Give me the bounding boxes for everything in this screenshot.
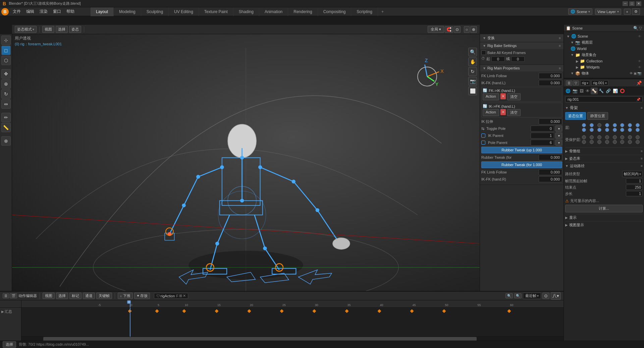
ik-parent-value[interactable]: 1	[531, 133, 554, 139]
scene-selector[interactable]: Scene	[577, 10, 587, 14]
tab-scripting[interactable]: Scripting	[351, 7, 378, 16]
prop-object-icon[interactable]: 🦴	[591, 88, 598, 94]
pole-parent-btn[interactable]: ▾	[555, 140, 562, 146]
prot-dot-12[interactable]	[605, 140, 609, 144]
rubber-tweak-for2-btn[interactable]: Rubber Tweak (for 1.000	[481, 161, 562, 168]
prot-dot-11[interactable]	[597, 140, 601, 144]
bone-group-section[interactable]: ▶ 骨骼组 ≡	[565, 147, 643, 155]
action-name-field[interactable]: 🛡 rigAction F ⊞ ✕	[154, 293, 189, 299]
tab-add-button[interactable]: +	[378, 7, 387, 16]
prot-dot-3[interactable]	[597, 135, 601, 139]
mode-selector[interactable]: 姿态模式 ▾	[15, 26, 37, 33]
summary-track[interactable]: ▶ 汇总	[0, 308, 21, 315]
ae-stash-btn[interactable]: ✦ 存放	[134, 293, 150, 299]
tab-sculpting[interactable]: Sculpting	[141, 7, 169, 16]
fk-to-ik-clear-btn[interactable]: 清空	[507, 93, 521, 100]
prot-dot-7[interactable]	[628, 135, 632, 139]
widgets-item[interactable]: ▶ 📁 Widgets 👁	[565, 64, 643, 70]
pose-menu[interactable]: 姿态	[69, 26, 81, 33]
ae-editor-select[interactable]: 🎬	[10, 293, 17, 298]
layer-dot-11[interactable]	[597, 128, 601, 132]
prop-data-icon[interactable]: 📊	[612, 88, 619, 94]
action-unlink[interactable]: ✕	[183, 294, 186, 298]
motion-path-options[interactable]: ≡	[641, 164, 643, 168]
proportional-button[interactable]: ⊙	[454, 26, 461, 33]
collection-item[interactable]: ▶ 📁 Collection 👁	[565, 58, 643, 64]
global-selector[interactable]: 全局 ▾	[428, 26, 444, 33]
tab-layout[interactable]: Layout	[91, 7, 114, 16]
ik-to-fk-action-btn[interactable]: Action	[483, 109, 499, 116]
blender-icon[interactable]: B	[1, 8, 9, 15]
toggle-pole-value[interactable]: 0	[531, 126, 554, 132]
rest-position-btn[interactable]: 静置位置	[587, 112, 608, 120]
overlay-button[interactable]: ⊕	[470, 26, 477, 33]
props-pin[interactable]: 📌	[636, 81, 642, 86]
layer-dot-3[interactable]	[597, 123, 601, 127]
bake-start[interactable]: 0	[491, 56, 505, 62]
scene-collection-item[interactable]: ▼ 📁 场景集合	[565, 52, 643, 58]
armature-section-header[interactable]: ▼ 骨架 ≡	[565, 105, 643, 111]
layer-dot-6[interactable]	[620, 123, 624, 127]
action-copy[interactable]: ⊞	[179, 294, 182, 298]
rotate-tool[interactable]: ↻	[1, 89, 11, 99]
menu-render[interactable]: 渲染	[37, 8, 50, 15]
layer-dot-14[interactable]	[620, 128, 624, 132]
tab-modeling[interactable]: Modeling	[114, 7, 141, 16]
menu-window[interactable]: 窗口	[50, 8, 64, 15]
tab-uv-editing[interactable]: UV Editing	[169, 7, 199, 16]
prot-dot-16[interactable]	[636, 140, 640, 144]
view-menu[interactable]: 视图	[42, 26, 54, 33]
ae-graph-btn[interactable]: 八▾	[551, 292, 561, 300]
select-menu[interactable]: 选择	[56, 26, 68, 33]
ik-to-fk-close[interactable]: ✕	[500, 109, 506, 115]
fk-limb2-value[interactable]: 0.000	[539, 169, 562, 175]
ae-menu-btn[interactable]: ☰	[3, 293, 9, 298]
rubber-tweak-up-btn[interactable]: Rubber Tweak (up 1.000	[481, 147, 562, 153]
ik-stretch-value[interactable]: 0.000	[539, 118, 562, 125]
tab-shading[interactable]: Shading	[233, 7, 259, 16]
layer-dot-10[interactable]	[590, 128, 594, 132]
transform-header[interactable]: ▼ 变换 ≡	[480, 34, 564, 42]
rig001-selector[interactable]: rig.001 ▾	[591, 80, 608, 86]
pose-position-btn[interactable]: 姿态位置	[565, 112, 586, 120]
ae-filter-btn[interactable]: 🔍	[505, 293, 513, 298]
view-layer-settings[interactable]: ⚙	[632, 8, 640, 15]
select-circle-tool[interactable]: ⬡	[1, 56, 11, 65]
rig-main-header[interactable]: ▼ Rig Main Properties ≡	[480, 65, 564, 71]
ae-view-btn[interactable]: 视图	[43, 293, 55, 299]
prot-dot-9[interactable]	[582, 140, 586, 144]
layer-dot-2[interactable]	[590, 123, 594, 127]
prop-output-icon[interactable]: 🖼	[579, 88, 585, 94]
rig-main-options[interactable]: ≡	[559, 66, 561, 70]
menu-file[interactable]: 文件	[10, 8, 23, 15]
armature-options[interactable]: ≡	[641, 106, 643, 110]
prot-dot-4[interactable]	[605, 135, 609, 139]
layer-dot-5[interactable]	[613, 123, 617, 127]
prop-view-icon[interactable]: 👁	[585, 88, 591, 94]
bake-end[interactable]: 0	[511, 56, 525, 62]
prot-dot-1[interactable]	[582, 135, 586, 139]
rig-name-input[interactable]: rig.001 📌	[565, 96, 643, 102]
perspective-button[interactable]: ⬜	[468, 87, 477, 95]
tab-rendering[interactable]: Rendering	[288, 7, 318, 16]
ik-to-fk-clear-btn[interactable]: 清空	[507, 109, 521, 116]
track-content[interactable]	[21, 308, 564, 337]
outliner-filter[interactable]: ▽	[639, 26, 642, 31]
ik-fk-handl-value[interactable]: 0.000	[539, 80, 562, 86]
obj-render[interactable]: 📷	[637, 71, 641, 75]
minimize-button[interactable]: ─	[623, 1, 628, 6]
rig-input-toggle[interactable]: 📌	[636, 98, 640, 101]
layer-dot-8[interactable]	[636, 123, 640, 127]
bone-group-options[interactable]: ≡	[641, 149, 643, 153]
display-section[interactable]: ▶ 显示	[565, 214, 643, 221]
select-tool[interactable]: ◻	[1, 46, 11, 55]
fk-to-ik-close[interactable]: ✕	[500, 93, 506, 99]
col-vis[interactable]: 👁	[638, 59, 641, 63]
rig-bake-header[interactable]: ▼ Rig Bake Settings ≡	[480, 42, 564, 49]
pose-lib-options[interactable]: ≡	[641, 157, 643, 160]
view-layer-selector[interactable]: View Layer	[597, 10, 615, 14]
prot-dot-14[interactable]	[620, 140, 624, 144]
object-item[interactable]: ▼ 📦 物体 👁 ▣ 📷	[565, 70, 643, 77]
transform-tool[interactable]: ✥	[1, 69, 11, 79]
rubber-tweak-for-value[interactable]: 0.000	[539, 154, 562, 160]
